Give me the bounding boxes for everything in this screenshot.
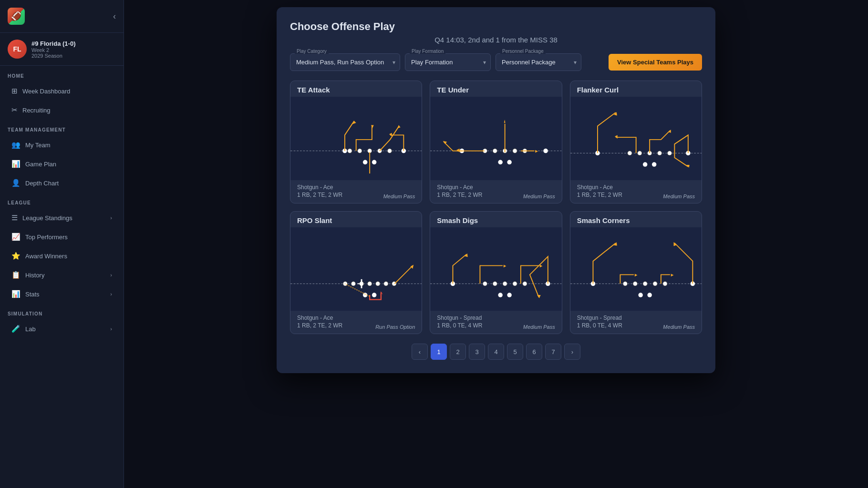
play-card-footer: Shotgun - Spread 1 RB, 0 TE, 4 WR Medium… xyxy=(570,311,702,334)
sidebar-item-my-team[interactable]: 👥 My Team xyxy=(4,136,120,154)
view-special-teams-button[interactable]: View Special Teams Plays xyxy=(609,54,702,71)
play-card-flanker-curl[interactable]: Flanker Curl Shotgun - Ace xyxy=(570,81,702,203)
svg-point-33 xyxy=(627,151,631,155)
sidebar-item-label: Game Plan xyxy=(25,161,56,168)
play-card-te-under[interactable]: TE Under Shotgun - Ace 1 xyxy=(430,81,562,203)
svg-point-71 xyxy=(498,293,503,297)
svg-rect-62 xyxy=(430,229,561,308)
pagination-page-5-button[interactable]: 5 xyxy=(507,344,523,360)
choose-offense-play-modal: Choose Offense Play Q4 14:03, 2nd and 1 … xyxy=(277,7,715,373)
play-card-name: RPO Slant xyxy=(290,212,422,227)
pagination-page-6-button[interactable]: 6 xyxy=(526,344,542,360)
svg-point-2 xyxy=(348,149,352,153)
award-icon: ⭐ xyxy=(11,252,21,260)
svg-point-86 xyxy=(638,293,642,297)
sidebar-item-stats[interactable]: 📊 Stats › xyxy=(4,285,120,303)
svg-rect-16 xyxy=(430,99,561,178)
pagination-page-2-button[interactable]: 2 xyxy=(450,344,466,360)
nav-section-home: HOME xyxy=(0,66,124,81)
sidebar-item-recruiting[interactable]: ✂ Recruiting xyxy=(4,101,120,119)
play-type-badge: Medium Pass xyxy=(383,193,415,199)
depthchart-icon: 👤 xyxy=(11,179,21,187)
nav-section-simulation: SIMULATION xyxy=(0,304,124,319)
pagination-page-4-button[interactable]: 4 xyxy=(488,344,504,360)
svg-point-25 xyxy=(498,160,503,164)
sidebar-item-game-plan[interactable]: 📊 Game Plan xyxy=(4,155,120,173)
standings-icon: ☰ xyxy=(11,214,18,222)
svg-point-52 xyxy=(375,282,380,286)
play-card-name: Flanker Curl xyxy=(570,81,702,97)
svg-point-79 xyxy=(623,282,627,286)
play-personnel: 1 RB, 0 TE, 4 WR xyxy=(577,322,622,329)
play-formation: Shotgun - Ace xyxy=(437,184,482,191)
svg-point-53 xyxy=(384,282,388,286)
nav-section-team: TEAM MANAGEMENT xyxy=(0,120,124,135)
sidebar-item-depth-chart[interactable]: 👤 Depth Chart xyxy=(4,174,120,192)
svg-rect-46 xyxy=(290,229,422,308)
svg-rect-77 xyxy=(570,229,702,308)
personnel-label: Personnel Package xyxy=(500,49,546,54)
team-icon: 👥 xyxy=(11,141,21,149)
sidebar-item-lab[interactable]: 🧪 Lab › xyxy=(4,320,120,338)
play-formation-select[interactable]: Play Formation xyxy=(405,53,491,71)
user-season: 2029 Season xyxy=(31,53,75,59)
user-week: Week 2 xyxy=(31,47,75,53)
play-card-smash-digs[interactable]: Smash Digs Shotgun - Spread xyxy=(430,211,562,334)
svg-point-10 xyxy=(372,160,376,164)
svg-point-80 xyxy=(633,282,637,286)
play-personnel: 1 RB, 2 TE, 2 WR xyxy=(297,322,342,329)
svg-rect-0 xyxy=(290,99,422,178)
sidebar-item-week-dashboard[interactable]: ⊞ Week Dashboard xyxy=(4,82,120,100)
play-type-badge: Run Pass Option xyxy=(375,324,415,330)
pagination-page-7-button[interactable]: 7 xyxy=(545,344,561,360)
play-card-footer: Shotgun - Ace 1 RB, 2 TE, 2 WR Medium Pa… xyxy=(430,180,561,203)
sidebar-item-label: Stats xyxy=(25,291,40,298)
svg-point-72 xyxy=(507,293,512,297)
sidebar-collapse-button[interactable]: ‹ xyxy=(113,11,116,21)
dashboard-icon: ⊞ xyxy=(11,87,18,95)
sidebar-item-history[interactable]: 📋 History › xyxy=(4,266,120,284)
sidebar-item-league-standings[interactable]: ☰ League Standings › xyxy=(4,209,120,227)
pagination-prev-button[interactable]: ‹ xyxy=(412,344,428,360)
svg-point-21 xyxy=(513,149,517,153)
chevron-right-icon: › xyxy=(110,215,112,221)
sidebar-item-label: Top Performers xyxy=(25,234,68,241)
user-profile: FL #9 Florida (1-0) Week 2 2029 Season xyxy=(0,33,124,66)
play-card-te-attack[interactable]: TE Attack Shotgun - A xyxy=(290,81,422,203)
svg-point-65 xyxy=(493,282,497,286)
play-type-badge: Medium Pass xyxy=(663,193,695,199)
svg-point-9 xyxy=(363,160,367,164)
svg-point-6 xyxy=(387,149,392,153)
pagination-page-3-button[interactable]: 3 xyxy=(469,344,485,360)
play-type-badge: Medium Pass xyxy=(663,324,695,330)
play-diagram xyxy=(290,97,422,180)
play-card-footer: Shotgun - Ace 1 RB, 2 TE, 2 WR Run Pass … xyxy=(290,311,422,334)
nav-section-league: LEAGUE xyxy=(0,193,124,208)
svg-point-82 xyxy=(652,282,657,286)
play-card-footer: Shotgun - Ace 1 RB, 2 TE, 2 WR Medium Pa… xyxy=(570,180,702,203)
svg-point-64 xyxy=(483,282,487,286)
pagination-page-1-button[interactable]: 1 xyxy=(431,344,447,360)
user-name: #9 Florida (1-0) xyxy=(31,40,75,47)
pagination-next-button[interactable]: › xyxy=(564,344,580,360)
category-label: Play Category xyxy=(295,49,329,54)
sidebar-item-award-winners[interactable]: ⭐ Award Winners xyxy=(4,247,120,265)
modal-overlay[interactable]: Choose Offense Play Q4 14:03, 2nd and 1 … xyxy=(124,0,868,488)
play-category-select[interactable]: Medium Pass, Run Pass Option xyxy=(290,53,400,71)
modal-filters: Play Category Medium Pass, Run Pass Opti… xyxy=(290,53,702,71)
play-card-footer: Shotgun - Ace 1 RB, 2 TE, 2 WR Medium Pa… xyxy=(290,180,422,203)
sidebar-item-label: League Standings xyxy=(22,214,72,222)
play-diagram xyxy=(290,227,422,311)
lab-icon: 🧪 xyxy=(11,325,21,333)
play-card-smash-corners[interactable]: Smash Corners Shotgun - Spread xyxy=(570,211,702,334)
personnel-package-select[interactable]: Personnel Package xyxy=(496,53,581,71)
svg-point-68 xyxy=(523,282,527,286)
play-card-rpo-slant[interactable]: RPO Slant Shotgun - Ace 1 xyxy=(290,211,422,334)
svg-point-41 xyxy=(652,162,656,166)
svg-point-49 xyxy=(351,282,355,286)
avatar: FL xyxy=(8,40,27,59)
sidebar-item-top-performers[interactable]: 📈 Top Performers xyxy=(4,228,120,246)
svg-point-81 xyxy=(643,282,647,286)
play-category-filter: Play Category Medium Pass, Run Pass Opti… xyxy=(290,53,400,71)
sidebar-item-label: Depth Chart xyxy=(25,180,59,187)
